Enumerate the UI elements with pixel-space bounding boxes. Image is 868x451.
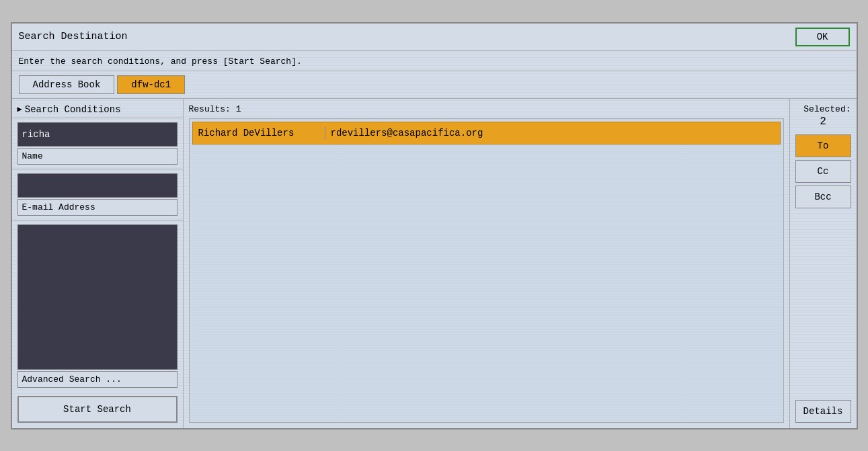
arrow-icon: ▶ [17, 104, 22, 114]
start-search-button[interactable]: Start Search [17, 396, 177, 423]
main-content: ▶ Search Conditions Name E-mail Address … [12, 99, 857, 428]
cc-button[interactable]: Cc [795, 160, 851, 183]
details-button[interactable]: Details [795, 400, 851, 423]
advanced-search-area [17, 224, 177, 370]
side-buttons-bottom: Details [795, 400, 851, 423]
tab-address-book[interactable]: Address Book [19, 75, 115, 94]
result-row[interactable]: Richard DeVillers rdevillers@casapacific… [192, 122, 781, 145]
result-email: rdevillers@casapacifica.org [331, 128, 483, 138]
name-search-group: Name [12, 118, 183, 169]
email-field-button[interactable]: E-mail Address [17, 199, 177, 216]
search-conditions-header: ▶ Search Conditions [12, 99, 183, 118]
tab-server[interactable]: dfw-dc1 [117, 75, 185, 94]
result-divider [325, 126, 325, 140]
results-count: Results: 1 [189, 104, 784, 114]
ok-button[interactable]: OK [795, 28, 850, 46]
results-list: Richard DeVillers rdevillers@casapacific… [189, 118, 784, 423]
email-search-input[interactable] [17, 173, 177, 198]
tabs-row: Address Book dfw-dc1 [12, 71, 857, 99]
to-button[interactable]: To [795, 134, 851, 157]
email-search-group: E-mail Address [12, 169, 183, 220]
side-buttons-panel: Selected: 2 To Cc Bcc Details [789, 99, 857, 428]
side-buttons-inner: Selected: 2 To Cc Bcc Details [795, 104, 851, 423]
name-search-input[interactable] [17, 122, 177, 147]
side-buttons-top: Selected: 2 To Cc Bcc [795, 104, 851, 211]
title-bar: Search Destination OK [12, 24, 857, 51]
left-panel: ▶ Search Conditions Name E-mail Address … [12, 99, 184, 428]
advanced-search-group: Advanced Search ... [12, 220, 183, 392]
results-panel: Results: 1 Richard DeVillers rdevillers@… [184, 99, 789, 428]
search-conditions-label: Search Conditions [25, 104, 121, 115]
dialog-title: Search Destination [19, 31, 128, 42]
selected-label: Selected: [795, 104, 851, 114]
advanced-search-button[interactable]: Advanced Search ... [17, 371, 177, 388]
result-name: Richard DeVillers [198, 128, 319, 138]
instruction-text: Enter the search conditions, and press [… [12, 51, 857, 71]
search-destination-dialog: Search Destination OK Enter the search c… [11, 22, 858, 429]
selected-count: 2 [795, 116, 851, 128]
name-field-button[interactable]: Name [17, 148, 177, 165]
bcc-button[interactable]: Bcc [795, 186, 851, 208]
